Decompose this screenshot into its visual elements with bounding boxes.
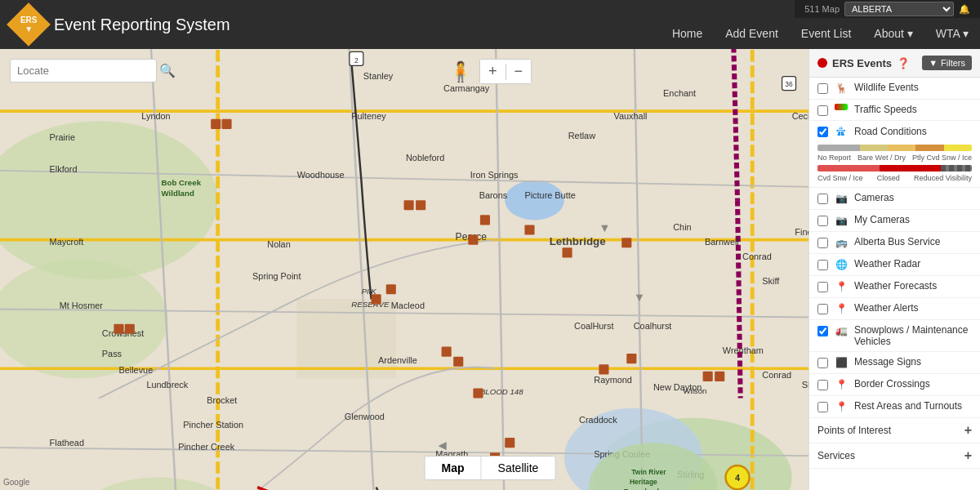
services-label: Services bbox=[817, 450, 855, 461]
svg-rect-120 bbox=[453, 357, 463, 367]
svg-text:Elkford: Elkford bbox=[50, 164, 78, 174]
zoom-in-button[interactable]: + bbox=[480, 60, 506, 83]
svg-text:◄: ◄ bbox=[435, 438, 449, 453]
svg-rect-126 bbox=[599, 364, 608, 374]
svg-rect-129 bbox=[715, 372, 724, 381]
pegman-icon[interactable]: 🧍 bbox=[448, 60, 473, 83]
map-search-container: 🔍 bbox=[10, 59, 157, 82]
wildlife-checkbox[interactable] bbox=[817, 83, 828, 94]
legend-expandable-services[interactable]: Services + bbox=[809, 443, 980, 469]
label-cvd-snw: Cvd Snw / Ice bbox=[817, 174, 863, 182]
svg-text:Skiff: Skiff bbox=[762, 276, 780, 286]
road-labels-2: Cvd Snw / Ice Closed Reduced Visibility bbox=[817, 174, 972, 182]
help-icon[interactable]: ❓ bbox=[897, 57, 910, 69]
road-conditions-checkbox[interactable] bbox=[817, 127, 828, 137]
wildlife-icon: 🦌 bbox=[835, 82, 848, 95]
svg-text:Wilson: Wilson bbox=[683, 386, 706, 395]
nav-add-event[interactable]: Add Event bbox=[714, 22, 790, 45]
bell-icon[interactable]: 🔔 bbox=[959, 4, 970, 15]
road-labels-1: No Report Bare Wet / Dry Ptly Cvd Snw / … bbox=[817, 154, 972, 162]
traffic-checkbox[interactable] bbox=[817, 105, 828, 116]
nav-wta[interactable]: WTA ▾ bbox=[924, 22, 980, 45]
cameras-label: Cameras bbox=[854, 192, 972, 203]
svg-rect-114 bbox=[524, 225, 534, 234]
filters-button[interactable]: ▼ Filters bbox=[922, 56, 972, 70]
traffic-label: Traffic Speeds bbox=[854, 104, 972, 115]
svg-text:Stanley: Stanley bbox=[363, 71, 394, 81]
svg-text:Picture Butte: Picture Butte bbox=[524, 190, 575, 200]
511-label: 511 Map bbox=[804, 4, 840, 14]
legend-item-weather-alerts: 📍 Weather Alerts bbox=[809, 298, 980, 320]
zoom-out-button[interactable]: − bbox=[506, 60, 532, 83]
bus-checkbox[interactable] bbox=[817, 238, 828, 248]
svg-rect-119 bbox=[442, 347, 452, 357]
weather-radar-checkbox[interactable] bbox=[817, 260, 828, 270]
nav-event-list[interactable]: Event List bbox=[790, 22, 862, 45]
svg-rect-116 bbox=[621, 238, 631, 247]
nav-home[interactable]: Home bbox=[661, 22, 714, 45]
svg-text:Pincher Station: Pincher Station bbox=[183, 420, 243, 430]
weather-radar-label: Weather Radar bbox=[854, 258, 972, 270]
svg-text:4: 4 bbox=[735, 473, 740, 483]
svg-rect-111 bbox=[416, 200, 425, 210]
cameras-checkbox[interactable] bbox=[817, 194, 828, 204]
top-bar: 511 Map ALBERTA BRITISH COLUMBIA ONTARIO… bbox=[795, 0, 980, 18]
svg-text:Twin River: Twin River bbox=[631, 468, 666, 476]
filters-label: Filters bbox=[941, 58, 965, 68]
svg-text:CoalHurst: CoalHurst bbox=[574, 321, 613, 331]
app-title: Event Reporting System bbox=[54, 16, 230, 34]
tab-satellite[interactable]: Satellite bbox=[482, 457, 555, 479]
svg-rect-110 bbox=[404, 200, 414, 210]
legend-panel: ERS Events ❓ ▼ Filters 🦌 Wildlife Events… bbox=[808, 49, 980, 490]
svg-text:Conrad: Conrad bbox=[742, 252, 772, 261]
weather-forecasts-label: Weather Forecasts bbox=[854, 280, 972, 292]
label-closed: Closed bbox=[877, 174, 900, 182]
svg-rect-125 bbox=[125, 324, 135, 334]
svg-rect-7 bbox=[297, 299, 396, 378]
svg-text:BLOOD 148: BLOOD 148 bbox=[480, 387, 523, 396]
svg-text:2: 2 bbox=[354, 56, 359, 65]
svg-text:Pass: Pass bbox=[102, 349, 122, 359]
svg-text:Lethbridge: Lethbridge bbox=[550, 235, 606, 247]
legend-item-cameras: 📷 Cameras bbox=[809, 188, 980, 210]
traffic-icon bbox=[835, 104, 848, 110]
legend-expandable-poi[interactable]: Points of Interest + bbox=[809, 418, 980, 443]
snowplows-checkbox[interactable] bbox=[817, 326, 828, 336]
road-conditions-section: 🛣 Road Conditions No Report Bare Wet / D… bbox=[809, 121, 980, 188]
my-cameras-checkbox[interactable] bbox=[817, 216, 828, 226]
nav-bar: Home Add Event Event List About ▾ WTA ▾ bbox=[661, 18, 980, 49]
message-signs-checkbox[interactable] bbox=[817, 358, 828, 368]
svg-rect-127 bbox=[626, 354, 636, 363]
weather-radar-icon: 🌐 bbox=[835, 258, 848, 271]
svg-text:Pincher Creek: Pincher Creek bbox=[178, 442, 235, 452]
svg-text:▼: ▼ bbox=[634, 291, 645, 304]
svg-text:Prairie: Prairie bbox=[50, 132, 75, 142]
border-crossings-checkbox[interactable] bbox=[817, 380, 828, 390]
weather-alerts-icon: 📍 bbox=[835, 302, 848, 315]
search-input[interactable] bbox=[17, 65, 154, 77]
svg-text:Conrad: Conrad bbox=[762, 370, 791, 380]
app-logo: ERS▼ bbox=[7, 2, 51, 47]
svg-text:Mt Hosmer: Mt Hosmer bbox=[60, 301, 104, 310]
weather-alerts-checkbox[interactable] bbox=[817, 304, 828, 314]
border-crossings-label: Border Crossings bbox=[854, 378, 972, 390]
road-conditions-header: 🛣 Road Conditions bbox=[817, 121, 972, 142]
weather-forecasts-checkbox[interactable] bbox=[817, 282, 828, 292]
bus-label: Alberta Bus Service bbox=[854, 236, 972, 247]
svg-text:Nobleford: Nobleford bbox=[406, 153, 444, 163]
my-camera-icon: 📷 bbox=[835, 214, 848, 227]
tab-map[interactable]: Map bbox=[425, 457, 481, 479]
label-reduced: Reduced Visibility bbox=[914, 174, 972, 182]
camera-icon: 📷 bbox=[835, 192, 848, 205]
svg-text:Raymond: Raymond bbox=[594, 375, 632, 385]
svg-rect-115 bbox=[562, 247, 572, 257]
nav-about[interactable]: About ▾ bbox=[862, 22, 924, 45]
my-cameras-label: My Cameras bbox=[854, 214, 972, 225]
svg-text:▼: ▼ bbox=[599, 221, 610, 234]
rest-areas-checkbox[interactable] bbox=[817, 402, 828, 412]
road-label: Road Conditions bbox=[854, 126, 927, 137]
header: ERS▼ Event Reporting System 511 Map ALBE… bbox=[0, 0, 980, 49]
province-select[interactable]: ALBERTA BRITISH COLUMBIA ONTARIO bbox=[844, 2, 954, 16]
svg-text:Carmangay: Carmangay bbox=[443, 83, 490, 93]
legend-item-traffic: Traffic Speeds bbox=[809, 100, 980, 121]
